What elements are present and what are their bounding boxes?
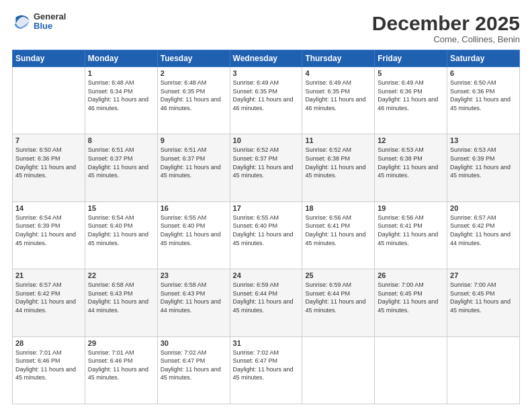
header: General Blue December 2025 Come, Colline… (12, 12, 520, 44)
table-cell: 31Sunrise: 7:02 AMSunset: 6:47 PMDayligh… (230, 336, 302, 404)
logo-blue: Blue (34, 21, 66, 31)
day-info: Sunrise: 6:48 AMSunset: 6:34 PMDaylight:… (88, 79, 154, 112)
day-number: 18 (305, 204, 371, 212)
day-info: Sunrise: 6:49 AMSunset: 6:36 PMDaylight:… (378, 79, 444, 112)
table-cell: 7Sunrise: 6:50 AMSunset: 6:36 PMDaylight… (13, 134, 85, 201)
day-number: 15 (88, 204, 154, 212)
col-saturday: Saturday (447, 50, 520, 67)
col-wednesday: Wednesday (230, 50, 302, 67)
day-number: 9 (161, 136, 227, 144)
day-number: 17 (233, 204, 300, 212)
day-info: Sunrise: 6:50 AMSunset: 6:36 PMDaylight:… (450, 79, 517, 112)
table-cell: 14Sunrise: 6:54 AMSunset: 6:39 PMDayligh… (13, 201, 85, 269)
day-number: 6 (450, 69, 517, 77)
day-number: 5 (378, 69, 444, 77)
table-cell: 6Sunrise: 6:50 AMSunset: 6:36 PMDaylight… (447, 67, 520, 134)
logo-icon (12, 12, 31, 31)
day-number: 3 (233, 69, 300, 77)
calendar-row: 1Sunrise: 6:48 AMSunset: 6:34 PMDaylight… (13, 67, 520, 134)
table-cell: 28Sunrise: 7:01 AMSunset: 6:46 PMDayligh… (13, 336, 85, 404)
table-cell (13, 67, 85, 134)
day-info: Sunrise: 6:50 AMSunset: 6:36 PMDaylight:… (15, 146, 82, 179)
table-cell: 19Sunrise: 6:56 AMSunset: 6:41 PMDayligh… (375, 201, 447, 269)
col-sunday: Sunday (13, 50, 85, 67)
day-number: 25 (305, 271, 371, 279)
table-cell: 11Sunrise: 6:52 AMSunset: 6:38 PMDayligh… (302, 134, 375, 201)
day-number: 23 (161, 271, 227, 279)
day-number: 30 (161, 339, 227, 347)
day-info: Sunrise: 6:58 AMSunset: 6:43 PMDaylight:… (88, 281, 154, 314)
calendar-header-row: Sunday Monday Tuesday Wednesday Thursday… (13, 50, 520, 67)
day-number: 29 (88, 339, 154, 347)
day-number: 1 (88, 69, 154, 77)
day-info: Sunrise: 7:00 AMSunset: 6:45 PMDaylight:… (450, 281, 517, 314)
calendar-row: 7Sunrise: 6:50 AMSunset: 6:36 PMDaylight… (13, 134, 520, 201)
day-info: Sunrise: 7:02 AMSunset: 6:47 PMDaylight:… (161, 349, 227, 382)
table-cell: 21Sunrise: 6:57 AMSunset: 6:42 PMDayligh… (13, 269, 85, 336)
day-info: Sunrise: 7:02 AMSunset: 6:47 PMDaylight:… (233, 349, 300, 382)
day-number: 22 (88, 271, 154, 279)
page: General Blue December 2025 Come, Colline… (0, 0, 532, 411)
col-monday: Monday (85, 50, 157, 67)
day-info: Sunrise: 6:55 AMSunset: 6:40 PMDaylight:… (233, 214, 300, 247)
table-cell: 5Sunrise: 6:49 AMSunset: 6:36 PMDaylight… (375, 67, 447, 134)
day-number: 27 (450, 271, 517, 279)
col-friday: Friday (375, 50, 447, 67)
day-number: 2 (161, 69, 227, 77)
day-info: Sunrise: 6:55 AMSunset: 6:40 PMDaylight:… (161, 214, 227, 247)
day-info: Sunrise: 6:49 AMSunset: 6:35 PMDaylight:… (233, 79, 300, 112)
table-cell: 9Sunrise: 6:51 AMSunset: 6:37 PMDaylight… (157, 134, 230, 201)
day-info: Sunrise: 6:54 AMSunset: 6:40 PMDaylight:… (88, 214, 154, 247)
table-cell (375, 336, 447, 404)
day-number: 26 (378, 271, 444, 279)
day-number: 19 (378, 204, 444, 212)
day-info: Sunrise: 6:59 AMSunset: 6:44 PMDaylight:… (305, 281, 371, 314)
day-info: Sunrise: 7:00 AMSunset: 6:45 PMDaylight:… (378, 281, 444, 314)
day-info: Sunrise: 6:58 AMSunset: 6:43 PMDaylight:… (161, 281, 227, 314)
day-number: 16 (161, 204, 227, 212)
table-cell: 25Sunrise: 6:59 AMSunset: 6:44 PMDayligh… (302, 269, 375, 336)
table-cell: 24Sunrise: 6:59 AMSunset: 6:44 PMDayligh… (230, 269, 302, 336)
day-info: Sunrise: 6:56 AMSunset: 6:41 PMDaylight:… (305, 214, 371, 247)
day-info: Sunrise: 6:48 AMSunset: 6:35 PMDaylight:… (161, 79, 227, 112)
day-info: Sunrise: 6:53 AMSunset: 6:38 PMDaylight:… (378, 146, 444, 179)
day-number: 31 (233, 339, 300, 347)
day-info: Sunrise: 6:59 AMSunset: 6:44 PMDaylight:… (233, 281, 300, 314)
day-info: Sunrise: 6:51 AMSunset: 6:37 PMDaylight:… (161, 146, 227, 179)
col-thursday: Thursday (302, 50, 375, 67)
day-number: 4 (305, 69, 371, 77)
table-cell: 2Sunrise: 6:48 AMSunset: 6:35 PMDaylight… (157, 67, 230, 134)
day-number: 28 (15, 339, 82, 347)
day-number: 21 (15, 271, 82, 279)
table-cell: 13Sunrise: 6:53 AMSunset: 6:39 PMDayligh… (447, 134, 520, 201)
title-area: December 2025 Come, Collines, Benin (372, 12, 520, 44)
table-cell (302, 336, 375, 404)
calendar-row: 14Sunrise: 6:54 AMSunset: 6:39 PMDayligh… (13, 201, 520, 269)
day-info: Sunrise: 6:53 AMSunset: 6:39 PMDaylight:… (450, 146, 517, 179)
day-info: Sunrise: 6:52 AMSunset: 6:37 PMDaylight:… (233, 146, 300, 179)
calendar-row: 21Sunrise: 6:57 AMSunset: 6:42 PMDayligh… (13, 269, 520, 336)
logo-text: General Blue (34, 12, 66, 32)
logo-general: General (34, 12, 66, 21)
table-cell: 10Sunrise: 6:52 AMSunset: 6:37 PMDayligh… (230, 134, 302, 201)
day-info: Sunrise: 6:54 AMSunset: 6:39 PMDaylight:… (15, 214, 82, 247)
day-number: 8 (88, 136, 154, 144)
table-cell: 29Sunrise: 7:01 AMSunset: 6:46 PMDayligh… (85, 336, 157, 404)
day-info: Sunrise: 7:01 AMSunset: 6:46 PMDaylight:… (15, 349, 82, 382)
table-cell: 17Sunrise: 6:55 AMSunset: 6:40 PMDayligh… (230, 201, 302, 269)
calendar-row: 28Sunrise: 7:01 AMSunset: 6:46 PMDayligh… (13, 336, 520, 404)
day-number: 10 (233, 136, 300, 144)
calendar-table: Sunday Monday Tuesday Wednesday Thursday… (12, 50, 520, 404)
table-cell: 12Sunrise: 6:53 AMSunset: 6:38 PMDayligh… (375, 134, 447, 201)
table-cell: 3Sunrise: 6:49 AMSunset: 6:35 PMDaylight… (230, 67, 302, 134)
col-tuesday: Tuesday (157, 50, 230, 67)
day-number: 7 (15, 136, 82, 144)
table-cell: 1Sunrise: 6:48 AMSunset: 6:34 PMDaylight… (85, 67, 157, 134)
day-number: 12 (378, 136, 444, 144)
logo: General Blue (12, 12, 66, 32)
table-cell: 22Sunrise: 6:58 AMSunset: 6:43 PMDayligh… (85, 269, 157, 336)
table-cell (447, 336, 520, 404)
table-cell: 4Sunrise: 6:49 AMSunset: 6:35 PMDaylight… (302, 67, 375, 134)
day-info: Sunrise: 6:49 AMSunset: 6:35 PMDaylight:… (305, 79, 371, 112)
location: Come, Collines, Benin (372, 34, 520, 44)
